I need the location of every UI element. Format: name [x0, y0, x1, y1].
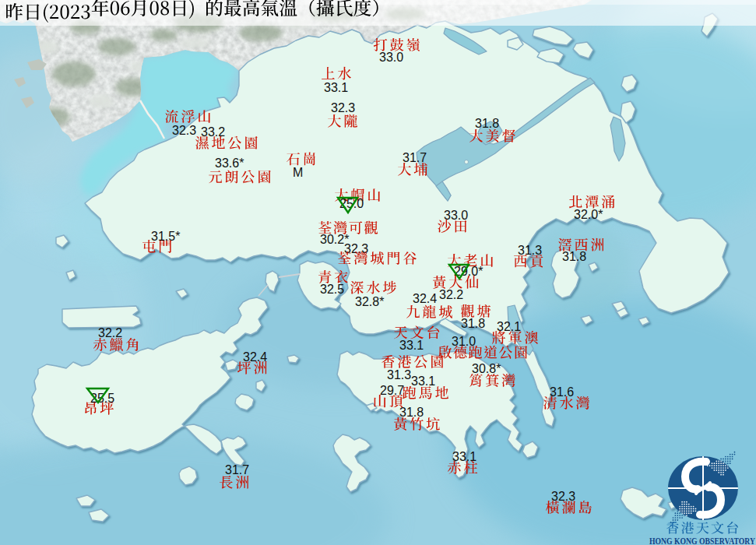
svg-text:33.1: 33.1 — [399, 337, 424, 353]
svg-text:32.3: 32.3 — [551, 488, 575, 504]
svg-text:31.0: 31.0 — [452, 333, 476, 349]
svg-text:32.3: 32.3 — [331, 100, 355, 115]
svg-text:31.5*: 31.5* — [151, 228, 181, 244]
svg-text:33.1: 33.1 — [452, 448, 476, 464]
svg-text:33.1: 33.1 — [324, 79, 348, 95]
svg-text:31.7: 31.7 — [225, 462, 249, 477]
svg-text:32.2: 32.2 — [439, 287, 463, 302]
svg-text:33.1: 33.1 — [411, 373, 435, 389]
svg-text:31.3: 31.3 — [387, 367, 411, 382]
svg-text:32.1: 32.1 — [497, 318, 521, 334]
svg-text:HONG KONG OBSERVATORY: HONG KONG OBSERVATORY — [649, 535, 755, 545]
svg-text:33.0: 33.0 — [379, 49, 403, 65]
svg-text:31.8: 31.8 — [399, 404, 424, 420]
svg-text:33.2: 33.2 — [201, 124, 225, 139]
svg-text:32.8*: 32.8* — [355, 294, 385, 309]
svg-text:33.6*: 33.6* — [215, 155, 244, 171]
svg-text:32.5: 32.5 — [320, 281, 344, 297]
svg-text:31.8: 31.8 — [562, 248, 586, 264]
svg-text:33.0: 33.0 — [444, 207, 468, 223]
svg-text:31.6: 31.6 — [550, 384, 574, 399]
svg-text:32.4: 32.4 — [243, 349, 267, 364]
svg-text:32.4: 32.4 — [413, 290, 437, 306]
svg-text:32.0*: 32.0* — [574, 206, 603, 222]
svg-text:29.7: 29.7 — [380, 382, 404, 398]
svg-text:31.8: 31.8 — [475, 115, 499, 131]
svg-text:32.3: 32.3 — [172, 122, 196, 138]
svg-text:31.7: 31.7 — [403, 149, 427, 165]
svg-text:30.8*: 30.8* — [472, 360, 501, 376]
svg-text:M: M — [293, 164, 303, 180]
svg-text:31.8: 31.8 — [461, 315, 485, 331]
svg-text:32.2: 32.2 — [98, 325, 122, 340]
svg-text:31.3: 31.3 — [518, 242, 542, 258]
